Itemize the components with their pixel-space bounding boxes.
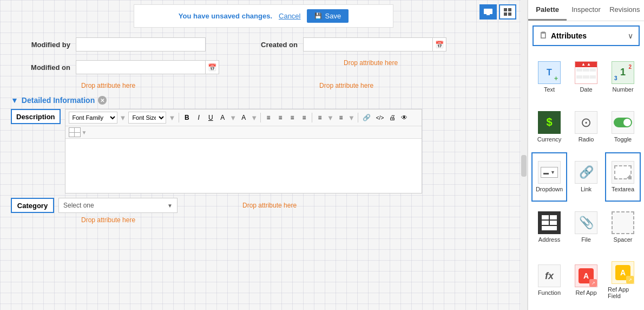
attributes-label: Attributes [551, 31, 587, 40]
description-label: Description [11, 109, 61, 124]
cancel-button[interactable]: Cancel [279, 12, 300, 20]
palette-item-textarea[interactable]: Textarea [605, 152, 641, 202]
palette-item-address[interactable]: Address [531, 203, 567, 251]
preview-button[interactable]: 👁 [399, 112, 410, 124]
drop-attr-bottom[interactable]: Drop attribute here [81, 216, 516, 224]
align-left-button[interactable]: ≡ [263, 112, 274, 124]
align-center-button[interactable]: ≡ [275, 112, 286, 124]
created-on-label: Created on [238, 41, 303, 49]
tab-inspector[interactable]: Inspector [567, 0, 605, 21]
palette-item-function[interactable]: fx Function [531, 253, 567, 308]
font-color-button[interactable]: A [217, 112, 228, 124]
select-arrow-icon: ▼ [167, 203, 173, 209]
underline-button[interactable]: U [205, 112, 216, 124]
drop-attr-category-right[interactable]: Drop attribute here [242, 202, 297, 209]
drop-attr-right-1[interactable]: Drop attribute here [344, 59, 398, 67]
attributes-chevron-icon: ∨ [628, 31, 633, 40]
svg-rect-1 [487, 14, 490, 15]
grid-view-button[interactable] [499, 4, 516, 20]
list-ol-button[interactable]: ≡ [336, 112, 346, 124]
svg-rect-5 [508, 12, 511, 16]
modified-on-input[interactable] [76, 60, 206, 74]
bold-button[interactable]: B [181, 112, 192, 124]
svg-rect-0 [484, 9, 492, 14]
justify-button[interactable]: ≡ [299, 112, 310, 124]
right-panel: Palette Inspector Revisions 🗒 Attributes… [528, 0, 644, 310]
created-on-input[interactable] [303, 37, 433, 51]
palette-item-date[interactable]: ▲ ▲ Date [568, 53, 604, 101]
code-button[interactable]: </> [374, 112, 386, 124]
palette-item-toggle[interactable]: Toggle [605, 102, 641, 151]
palette-item-currency[interactable]: $ Currency [531, 102, 567, 151]
svg-rect-3 [508, 8, 511, 11]
palette-item-ref-app-field[interactable]: A ↗ Ref App Field [605, 253, 641, 308]
font-family-select[interactable]: Font Family [69, 112, 117, 124]
save-button[interactable]: Save [307, 9, 349, 23]
palette-item-radio[interactable]: ⊙ Radio [568, 102, 604, 151]
modified-by-input[interactable] [76, 37, 206, 51]
svg-rect-2 [504, 8, 507, 11]
link-button[interactable]: 🔗 [360, 112, 373, 124]
select-placeholder: Select one [63, 202, 94, 209]
highlight-button[interactable]: A [238, 112, 249, 124]
section-close-button[interactable]: ✕ [98, 96, 107, 105]
table-insert-button[interactable]: ▼ [69, 127, 87, 137]
palette-grid: T + Text ▲ ▲ Date [528, 50, 644, 310]
modified-on-label: Modified on [11, 63, 76, 72]
description-rte: Font Family ▼ Font Sizes ▼ B I U A ▼ A [65, 109, 422, 193]
unsaved-message: You have unsaved changes. [179, 12, 272, 20]
italic-button[interactable]: I [193, 112, 204, 124]
palette-item-dropdown[interactable]: ▬ ▼ Dropdown [531, 152, 567, 202]
section-title: Detailed Information [22, 96, 95, 105]
category-label: Category [11, 198, 54, 213]
drop-attr-right-2[interactable]: Drop attribute here [319, 82, 373, 89]
modified-by-label: Modified by [11, 41, 76, 49]
section-collapse-icon[interactable]: ▼ [11, 96, 18, 105]
rte-body[interactable] [65, 139, 422, 193]
panel-tabs: Palette Inspector Revisions [528, 0, 644, 21]
category-select[interactable]: Select one ▼ [58, 198, 178, 213]
svg-rect-4 [504, 12, 507, 16]
palette-item-text[interactable]: T + Text [531, 53, 567, 101]
desktop-view-button[interactable] [479, 4, 497, 20]
tab-revisions[interactable]: Revisions [606, 0, 644, 21]
print-button[interactable]: 🖨 [387, 112, 398, 124]
palette-item-number[interactable]: 1 2 3 Number [605, 53, 641, 101]
attributes-icon: 🗒 [539, 31, 548, 41]
font-size-select[interactable]: Font Sizes [128, 112, 166, 124]
palette-item-file[interactable]: 📎 File [568, 203, 604, 251]
palette-item-link[interactable]: 🔗 Link [568, 152, 604, 202]
palette-item-ref-app[interactable]: A ↗ Ref App [568, 253, 604, 308]
modified-on-calendar[interactable]: 📅 [205, 60, 219, 74]
list-ul-button[interactable]: ≡ [314, 112, 325, 124]
palette-item-spacer[interactable]: Spacer [605, 203, 641, 251]
attributes-header[interactable]: 🗒 Attributes ∨ [533, 25, 640, 46]
tab-palette[interactable]: Palette [528, 0, 567, 21]
drop-attr-left-1[interactable]: Drop attribute here [81, 82, 135, 89]
created-on-calendar[interactable]: 📅 [432, 37, 446, 51]
align-right-button[interactable]: ≡ [287, 112, 298, 124]
